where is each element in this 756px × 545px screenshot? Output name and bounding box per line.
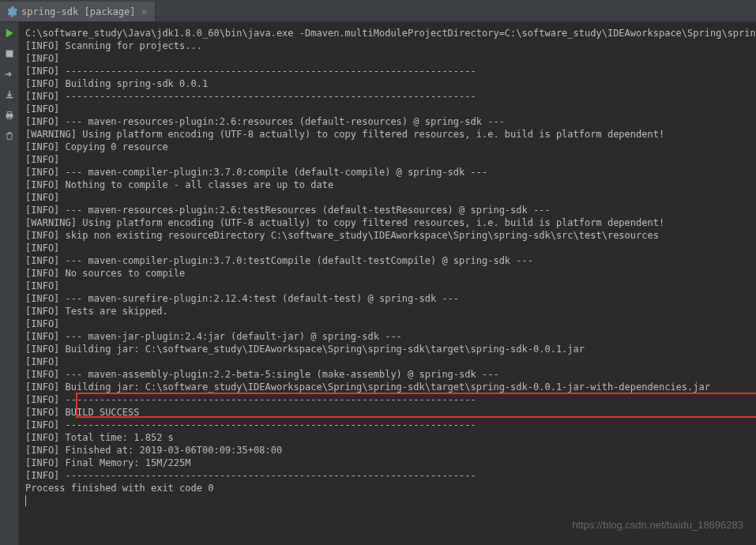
stop-icon[interactable] [3,47,16,60]
step-icon[interactable] [3,68,16,81]
content-area: C:\software_study\Java\jdk1.8.0_60\bin\j… [0,22,756,545]
console-line: [INFO] Nothing to compile - all classes … [25,179,750,191]
tool-sidebar [0,22,19,545]
console-line: [INFO] ---------------------------------… [25,90,750,103]
console-line: [INFO] Total time: 1.852 s [25,431,750,444]
close-icon[interactable]: × [140,6,149,17]
console-line: [INFO] No sources to compile [25,267,750,280]
svg-rect-2 [7,112,11,115]
console-line: [INFO] [25,103,750,115]
watermark: https://blog.csdn.net/baidu_18696283 [572,519,743,531]
console-line: [INFO] Final Memory: 15M/225M [25,457,750,469]
console-line: [INFO] [25,318,750,330]
console-line: C:\software_study\Java\jdk1.8.0_60\bin\j… [25,27,750,39]
delete-icon[interactable] [3,130,16,142]
console-line: [INFO] [25,153,750,166]
console-line: [INFO] BUILD SUCCESS [25,406,750,419]
console-line: [INFO] --- maven-compiler-plugin:3.7.0:c… [25,166,750,179]
run-tab[interactable]: spring-sdk [package] × [0,2,156,21]
print-icon[interactable] [3,109,16,122]
console-line: Process finished with exit code 0 [25,482,750,494]
console-line: [WARNING] Using platform encoding (UTF-8… [25,128,750,141]
console-line: [INFO] Building jar: C:\software_study\I… [25,381,750,393]
console-line: [INFO] [25,242,750,254]
rerun-icon[interactable] [3,27,16,39]
console-line: [INFO] Building spring-sdk 0.0.1 [25,77,750,90]
export-icon[interactable] [3,88,16,101]
console-line: [INFO] [25,191,750,204]
console-line: [INFO] Finished at: 2019-03-06T00:09:35+… [25,444,750,457]
console-line: [INFO] Copying 0 resource [25,141,750,153]
gear-icon [6,6,17,17]
console-line: [INFO] --- maven-surefire-plugin:2.12.4:… [25,292,750,305]
console-line: [INFO] --- maven-assembly-plugin:2.2-bet… [25,368,750,381]
svg-rect-3 [7,117,11,119]
console-line: [INFO] Scanning for projects... [25,39,750,52]
tab-bar: spring-sdk [package] × [0,2,756,22]
console-line: [INFO] Building jar: C:\software_study\I… [25,343,750,355]
console-output[interactable]: C:\software_study\Java\jdk1.8.0_60\bin\j… [19,22,756,545]
console-line: [INFO] [25,280,750,292]
console-line: [INFO] [25,52,750,65]
console-line: [INFO] --- maven-compiler-plugin:3.7.0:t… [25,254,750,267]
console-line: [INFO] --- maven-resources-plugin:2.6:re… [25,115,750,128]
console-line: [WARNING] Using platform encoding (UTF-8… [25,216,750,229]
console-line: [INFO] --- maven-jar-plugin:2.4:jar (def… [25,330,750,343]
console-line: [INFO] [25,355,750,368]
console-line: [INFO] ---------------------------------… [25,469,750,482]
console-line: [INFO] skip non existing resourceDirecto… [25,229,750,242]
console-line: [INFO] ---------------------------------… [25,393,750,406]
console-line: [INFO] ---------------------------------… [25,65,750,77]
tab-label: spring-sdk [package] [21,6,136,17]
console-line: [INFO] Tests are skipped. [25,305,750,318]
svg-rect-0 [6,51,13,58]
cursor [25,495,26,506]
console-line: [INFO] --- maven-resources-plugin:2.6:te… [25,204,750,216]
console-line: [INFO] ---------------------------------… [25,419,750,431]
